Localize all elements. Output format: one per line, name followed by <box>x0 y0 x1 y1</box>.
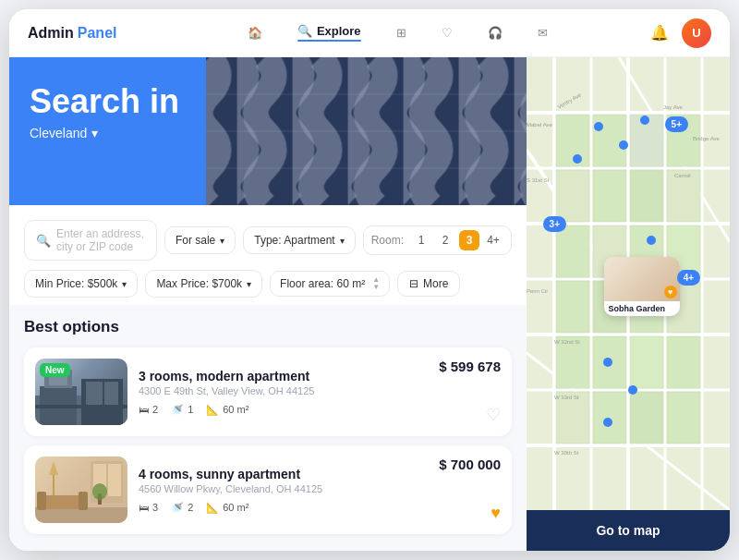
beds-count-2: 🛏 3 <box>139 502 158 513</box>
svg-point-75 <box>594 122 603 131</box>
hero-text: Search in Cleveland ▾ <box>30 83 179 140</box>
svg-rect-62 <box>593 392 626 444</box>
property-price-1: $ 599 678 <box>439 359 501 374</box>
svg-text:W 32nd St: W 32nd St <box>554 339 580 345</box>
floor-area-label: Floor area: 60 m² <box>280 277 365 290</box>
max-price-filter[interactable]: Max Price: $700k ▾ <box>145 270 262 298</box>
svg-rect-50 <box>593 225 626 277</box>
for-sale-filter[interactable]: For sale ▾ <box>164 226 236 254</box>
svg-rect-49 <box>556 225 589 277</box>
new-badge: New <box>40 363 70 377</box>
property-photo-2 <box>35 457 127 523</box>
favorite-btn-1[interactable]: ♡ <box>486 405 501 425</box>
more-label: More <box>423 277 448 290</box>
bed-icon-1: 🛏 <box>139 404 149 415</box>
header: Admin Panel 🏠 🔍 Explore ⊞ ♡ <box>9 9 730 57</box>
nav-messages[interactable]: ✉ <box>530 22 555 43</box>
svg-text:Jay Ave: Jay Ave <box>663 104 684 110</box>
svg-rect-56 <box>667 281 700 333</box>
for-sale-label: For sale <box>176 234 215 247</box>
max-price-chevron: ▾ <box>247 279 251 289</box>
nav-explore[interactable]: 🔍 Explore <box>290 20 369 45</box>
property-image-1: New <box>35 359 127 425</box>
more-filters-btn[interactable]: ⊟ More <box>397 271 460 297</box>
property-details-1: 3 rooms, modern apartment 4300 E 49th St… <box>139 369 428 416</box>
nav-favorites[interactable]: ♡ <box>434 22 460 43</box>
main-nav: 🏠 🔍 Explore ⊞ ♡ 🎧 ✉ <box>144 20 650 45</box>
property-image-2 <box>35 457 127 523</box>
grid-icon: ⊞ <box>396 26 406 40</box>
bell-button[interactable]: 🔔 <box>650 24 669 42</box>
room-1-btn[interactable]: 1 <box>411 230 431 250</box>
bath-icon-2: 🚿 <box>171 502 184 514</box>
svg-rect-41 <box>556 115 589 166</box>
svg-rect-51 <box>630 225 663 277</box>
beds-value-1: 2 <box>152 404 158 415</box>
logo-admin: Admin <box>28 25 74 42</box>
svg-rect-18 <box>108 464 121 496</box>
search-section: 🔍 Enter an address, city or ZIP code For… <box>9 205 527 305</box>
svg-rect-44 <box>556 170 589 222</box>
property-price-col-2: $ 700 000 ♥ <box>439 457 501 523</box>
search-icon: 🔍 <box>36 234 51 248</box>
property-price-col-1: $ 599 678 ♡ <box>439 359 501 425</box>
stepper-down-icon[interactable]: ▼ <box>372 284 380 291</box>
baths-value-1: 1 <box>188 404 193 415</box>
chevron-down-icon: ▾ <box>91 126 98 140</box>
room-4plus-btn[interactable]: 4+ <box>483 230 503 250</box>
map-background[interactable]: Ventry Ave Jay Ave Bridge Ave Carroll Ma… <box>527 57 730 510</box>
floor-area-stepper[interactable]: Floor area: 60 m² ▲ ▼ <box>270 271 390 297</box>
logo: Admin Panel <box>28 25 116 42</box>
svg-text:Mabel Ave: Mabel Ave <box>527 122 553 128</box>
nav-home[interactable]: 🏠 <box>240 22 270 43</box>
explore-icon: 🔍 <box>297 24 312 38</box>
hero-location[interactable]: Cleveland ▾ <box>30 126 179 140</box>
svg-rect-46 <box>630 170 663 222</box>
svg-rect-53 <box>556 281 589 333</box>
bath-icon-1: 🚿 <box>171 404 184 416</box>
hero-image <box>206 57 527 205</box>
svg-rect-20 <box>37 492 46 510</box>
search-input-wrap[interactable]: 🔍 Enter an address, city or ZIP code <box>24 220 157 261</box>
nav-grid[interactable]: ⊞ <box>389 22 414 43</box>
best-options-title: Best options <box>24 318 512 336</box>
type-filter[interactable]: Type: Apartment ▾ <box>243 226 355 254</box>
property-meta-1: 🛏 2 🚿 1 📐 60 m² <box>139 404 428 416</box>
svg-text:W 38th St: W 38th St <box>554 450 579 456</box>
stepper-arrows[interactable]: ▲ ▼ <box>372 276 380 291</box>
user-avatar[interactable]: U <box>682 18 711 48</box>
left-panel: Search in Cleveland ▾ <box>9 57 527 551</box>
hero-location-text: Cleveland <box>30 126 87 140</box>
min-price-filter[interactable]: Min Price: $500k ▾ <box>24 270 138 298</box>
room-2-btn[interactable]: 2 <box>435 230 455 250</box>
search-row-2: Min Price: $500k ▾ Max Price: $700k ▾ Fl… <box>24 270 512 298</box>
svg-rect-60 <box>667 336 700 388</box>
baths-count-2: 🚿 2 <box>171 502 193 514</box>
svg-rect-11 <box>86 382 103 405</box>
area-icon-1: 📐 <box>206 404 219 416</box>
favorite-btn-2[interactable]: ♥ <box>491 504 501 523</box>
type-label: Type: Apartment <box>254 234 334 247</box>
nav-support[interactable]: 🎧 <box>480 22 510 43</box>
main-content: Search in Cleveland ▾ <box>9 57 730 551</box>
beds-count-1: 🛏 2 <box>139 404 158 415</box>
property-card-2[interactable]: 4 rooms, sunny apartment 4560 Willow Pkw… <box>24 445 512 534</box>
svg-rect-12 <box>104 382 118 405</box>
svg-point-77 <box>619 140 628 150</box>
min-price-label: Min Price: $500k <box>35 277 117 290</box>
property-meta-2: 🛏 3 🚿 2 📐 60 m² <box>139 502 428 514</box>
headphones-icon: 🎧 <box>488 26 503 40</box>
go-to-map-button[interactable]: Go to map <box>527 510 730 551</box>
property-card-1[interactable]: New 3 rooms, modern apartment 4300 E 49t… <box>24 347 512 436</box>
hero-title: Search in <box>30 83 179 120</box>
svg-point-23 <box>92 483 107 500</box>
property-name-2: 4 rooms, sunny apartment <box>139 467 428 481</box>
svg-rect-13 <box>35 405 127 408</box>
room-3-btn[interactable]: 3 <box>459 230 479 250</box>
baths-value-2: 2 <box>188 502 193 513</box>
svg-rect-64 <box>667 392 700 444</box>
property-name-1: 3 rooms, modern apartment <box>139 369 428 383</box>
area-value-2: 60 m² <box>223 502 248 513</box>
beds-value-2: 3 <box>152 502 158 513</box>
best-options-section: Best options <box>9 305 527 551</box>
